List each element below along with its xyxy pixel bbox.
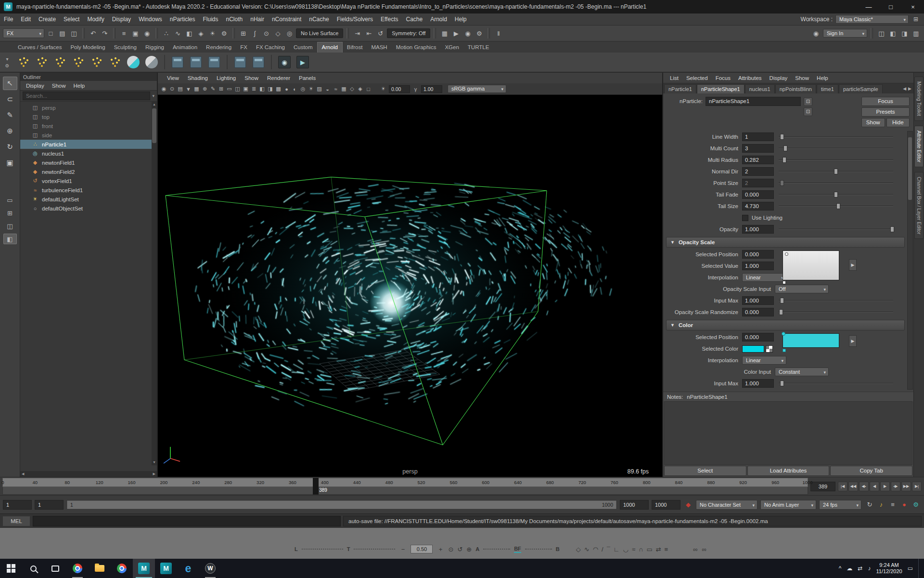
menu-set-dropdown[interactable]: FX: [3, 28, 44, 38]
animation-preferences-icon[interactable]: ⚙: [911, 499, 921, 510]
slider-handle[interactable]: [780, 298, 784, 303]
skydome-light-icon[interactable]: [16, 54, 31, 70]
overshoot-icon[interactable]: ⊕: [466, 546, 472, 553]
focus-node-icon[interactable]: ⊡: [804, 97, 812, 106]
range-slider-range[interactable]: [67, 501, 616, 509]
attr-slider[interactable]: [779, 179, 893, 187]
slider-handle[interactable]: [779, 309, 783, 315]
paint-select-tool[interactable]: ✎: [3, 108, 17, 122]
selected-position-field[interactable]: 0.000: [742, 250, 774, 259]
attr-value-field[interactable]: 2: [742, 167, 774, 176]
bookmarks-icon[interactable]: ▼: [184, 84, 192, 94]
browser-icon[interactable]: [111, 559, 133, 578]
attribute-editor-scrollbar[interactable]: [907, 131, 913, 390]
scroll-down-icon[interactable]: ▼: [152, 460, 157, 465]
lasso-tool[interactable]: ⊂: [3, 92, 17, 106]
sidebar-tab-channel-box-layer-editor[interactable]: Channel Box / Layer Editor: [914, 172, 924, 239]
attr-slider[interactable]: [779, 225, 893, 233]
outliner-item-newtonField2[interactable]: ◆newtonField2: [20, 167, 157, 176]
tab-nParticle1[interactable]: nParticle1: [664, 84, 696, 93]
ae-menu-show[interactable]: Show: [791, 75, 813, 81]
notes-field[interactable]: [664, 401, 912, 465]
menu-create[interactable]: Create: [35, 13, 60, 26]
tab-particleSample[interactable]: particleSample: [839, 84, 883, 93]
sign-in-dropdown[interactable]: Sign In: [823, 29, 867, 38]
layout-two-pane[interactable]: ◫: [3, 221, 17, 231]
tab-scroll-right-icon[interactable]: ▶: [908, 86, 911, 91]
buffer-curve-icon[interactable]: ▭: [646, 546, 652, 553]
focus-button[interactable]: Focus: [861, 97, 910, 106]
menu-modify[interactable]: Modify: [83, 13, 108, 26]
signin-avatar-icon[interactable]: ◉: [811, 28, 821, 39]
wireframe-icon[interactable]: ▩: [274, 84, 282, 94]
menu-effects[interactable]: Effects: [377, 13, 402, 26]
resolution-gate-icon[interactable]: ◫: [233, 84, 242, 94]
menu-fluids[interactable]: Fluids: [199, 13, 222, 26]
pose-slider-left[interactable]: [483, 549, 510, 550]
opacity-scale-section-header[interactable]: ▼ Opacity Scale: [666, 237, 905, 248]
slider-handle[interactable]: [783, 157, 786, 163]
shelf-tab-animation[interactable]: Animation: [168, 42, 202, 53]
show-button[interactable]: Show: [861, 118, 885, 127]
curves-mask-icon[interactable]: ∿: [173, 28, 183, 39]
tween-increase-button[interactable]: +: [436, 546, 444, 553]
scrollbar-thumb[interactable]: [152, 108, 156, 143]
start-button[interactable]: [0, 559, 22, 578]
open-scene-icon[interactable]: ▤: [57, 28, 67, 39]
make-live-icon[interactable]: ◎: [284, 28, 295, 39]
color-selected-position-field[interactable]: 0.000: [742, 333, 774, 342]
occlusion-icon[interactable]: ◒: [323, 84, 332, 94]
physical-sky-icon[interactable]: [107, 54, 123, 70]
toolbox-toggle-icon[interactable]: ◧: [888, 28, 898, 39]
select-button[interactable]: Select: [664, 466, 746, 476]
attr-value-field[interactable]: 2: [742, 179, 774, 187]
area-light-icon[interactable]: [34, 54, 50, 70]
slider-handle[interactable]: [780, 180, 784, 186]
menu-ncache[interactable]: nCache: [305, 13, 333, 26]
go-to-start-button[interactable]: |◀: [838, 482, 847, 491]
range-slider-track[interactable]: 1 1000: [66, 500, 617, 510]
safe-title-icon[interactable]: ◨: [266, 84, 274, 94]
menu-arnold[interactable]: Arnold: [426, 13, 451, 26]
outliner-item-defaultLightSet[interactable]: ☀defaultLightSet: [20, 195, 157, 204]
animation-end-field[interactable]: 1000: [652, 500, 680, 510]
camera-attributes-icon[interactable]: ▤: [176, 84, 184, 94]
attr-value-field[interactable]: 0.282: [742, 156, 774, 164]
outliner-horizontal-scrollbar[interactable]: ◀▶: [20, 471, 157, 477]
slider-handle[interactable]: [890, 226, 894, 232]
shelf-tab-polymodeling[interactable]: Poly Modeling: [66, 42, 109, 53]
undo-icon[interactable]: ↶: [88, 28, 98, 39]
use-default-material-icon[interactable]: ◎: [299, 84, 307, 94]
move-tool[interactable]: ⊕: [3, 124, 17, 138]
volume-icon[interactable]: ♪: [868, 565, 871, 572]
viewport-menu-show[interactable]: Show: [240, 75, 263, 81]
frame-ruler[interactable]: 0408012016020024028032036040044048052056…: [2, 478, 808, 487]
selected-value-field[interactable]: 1.000: [742, 262, 774, 270]
shelf-tab-bifrost[interactable]: Bifrost: [343, 42, 367, 53]
slider-handle[interactable]: [834, 192, 838, 197]
attr-value-field[interactable]: 0.000: [742, 190, 774, 199]
animation-start-field[interactable]: 1: [3, 500, 32, 510]
ae-menu-help[interactable]: Help: [813, 75, 832, 81]
tab-time1[interactable]: time1: [817, 84, 838, 93]
misc-mask-icon[interactable]: ⚙: [219, 28, 229, 39]
attr-value-field[interactable]: 4.730: [742, 202, 774, 210]
outliner-item-vortexField1[interactable]: ↺vortexField1: [20, 176, 157, 185]
menu-ncloth[interactable]: nCloth: [222, 13, 247, 26]
command-input[interactable]: [33, 516, 341, 526]
clamped-tangent-icon[interactable]: ◠: [593, 546, 598, 553]
snap-plane-icon[interactable]: ◇: [273, 28, 283, 39]
hide-button[interactable]: Hide: [886, 118, 910, 127]
search-button[interactable]: [22, 559, 44, 578]
gate-mask-icon[interactable]: ▣: [242, 84, 250, 94]
menu-help[interactable]: Help: [451, 13, 471, 26]
edge-icon[interactable]: e: [177, 559, 199, 578]
dynamics-mask-icon[interactable]: ☀: [207, 28, 218, 39]
color-ramp[interactable]: [783, 333, 839, 348]
menu-select[interactable]: Select: [60, 13, 83, 26]
attr-slider[interactable]: [779, 133, 893, 141]
scroll-left-icon[interactable]: ◀: [22, 471, 24, 477]
tab-scroll-left-icon[interactable]: ◀: [903, 86, 906, 91]
attr-slider[interactable]: [779, 202, 893, 210]
shelf-tab-motiongraphics[interactable]: Motion Graphics: [392, 42, 441, 53]
